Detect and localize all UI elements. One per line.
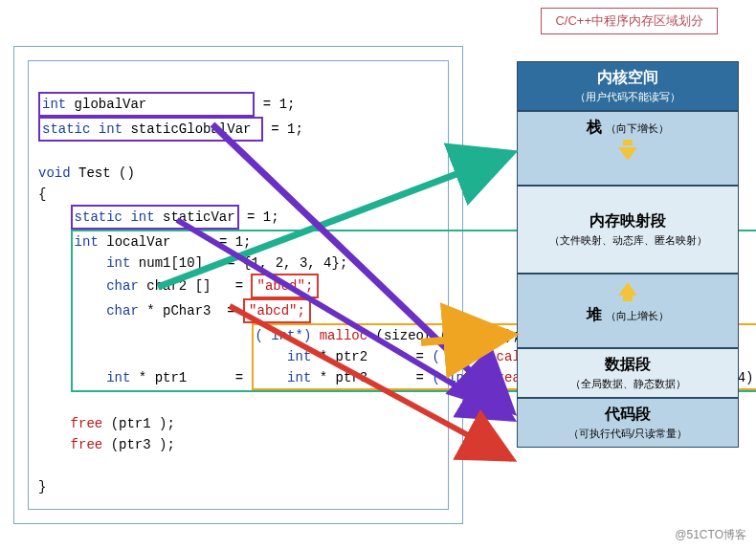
arrow-down-icon <box>522 140 734 161</box>
globals-box: int globalVar <box>38 92 255 117</box>
cell-stack: 栈 （向下增长） <box>517 111 739 186</box>
str-literal-1: "abcd"; <box>251 274 319 298</box>
code-panel: int globalVar = 1; static int staticGlob… <box>28 60 449 510</box>
watermark: @51CTO博客 <box>675 527 746 543</box>
memory-layout-table: 内核空间 （用户代码不能读写） 栈 （向下增长） 内存映射段 （文件映射、动态库… <box>517 61 739 448</box>
cell-mmap: 内存映射段 （文件映射、动态库、匿名映射） <box>517 186 739 274</box>
static-local-box: static int staticVar <box>71 205 239 230</box>
cell-kernel: 内核空间 （用户代码不能读写） <box>517 61 739 111</box>
cell-code: 代码段 （可执行代码/只读常量） <box>517 398 739 448</box>
str-literal-2: "abcd"; <box>243 298 311 323</box>
cell-data: 数据段 （全局数据、静态数据） <box>517 348 739 398</box>
cell-heap: 堆 （向上增长） <box>517 274 739 348</box>
code-panel-outer: int globalVar = 1; static int staticGlob… <box>13 46 463 524</box>
diagram-title: C/C++中程序内存区域划分 <box>541 8 718 34</box>
arrow-up-icon <box>522 282 734 301</box>
globals-box-line2: static int staticGlobalVar <box>38 117 263 142</box>
